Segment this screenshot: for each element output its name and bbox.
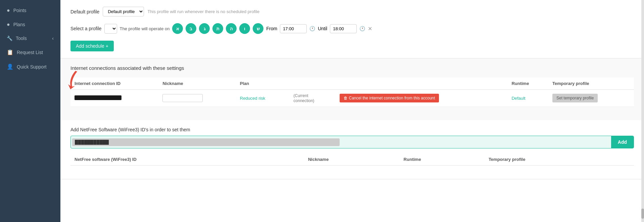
cancel-connection-button[interactable]: 🗑 Cancel the internet connection from th…	[340, 94, 439, 102]
connection-id-redacted	[75, 95, 121, 100]
select-profile-dropdown[interactable]	[104, 24, 117, 34]
temp-profile-cell: Set temporary profile	[548, 90, 634, 107]
day-btn-sun[interactable]: א	[172, 23, 183, 34]
from-clock-icon[interactable]: 🕐	[309, 26, 315, 31]
wifree-table: NetFree software (WiFree3) ID Nickname R…	[70, 153, 634, 172]
add-netfree-title: Add NetFree Software (WiFree3) ID's in o…	[70, 127, 634, 132]
cancel-cell: 🗑 Cancel the internet connection from th…	[336, 90, 507, 107]
connections-section: Internet connections associated with the…	[60, 58, 644, 120]
col-runtime: Runtime	[507, 78, 548, 90]
plan-cell: Reduced risk	[236, 90, 290, 107]
col-nickname: Nickname	[158, 78, 236, 90]
remove-schedule-btn[interactable]: ✕	[368, 26, 372, 32]
schedule-section: Default profile Default profile This pro…	[60, 0, 644, 58]
current-connection-label: (Currentconnection)	[294, 93, 314, 103]
until-clock-icon[interactable]: 🕐	[359, 26, 365, 31]
sidebar-item-tools[interactable]: 🔧 Tools ‹	[0, 32, 60, 45]
arrow-container: Internet connection ID Nickname Plan Run…	[70, 78, 634, 107]
nickname-input[interactable]	[162, 94, 203, 102]
plan-note-cell: (Currentconnection)	[290, 90, 336, 107]
connections-table: Internet connection ID Nickname Plan Run…	[70, 78, 634, 107]
runtime-cell: Default	[507, 90, 548, 107]
wifree-empty-row	[70, 166, 634, 173]
schedule-row: Select a profile The profile will operat…	[70, 23, 634, 34]
day-btn-tue[interactable]: ג	[199, 23, 210, 34]
col-wifree-temp-profile: Temporary profile	[485, 153, 634, 166]
add-netfree-button[interactable]: Add	[611, 136, 634, 148]
col-wifree-runtime: Runtime	[400, 153, 485, 166]
request-list-icon: 📋	[7, 49, 13, 55]
plans-icon: ●	[7, 21, 10, 28]
nickname-cell	[158, 90, 236, 107]
day-btn-fri[interactable]: ו	[239, 23, 250, 34]
day-btn-thu[interactable]: ת	[212, 23, 223, 34]
default-profile-label: Default profile	[70, 9, 99, 14]
col-action	[336, 78, 507, 90]
add-schedule-button[interactable]: Add schedule +	[70, 41, 114, 51]
default-profile-select[interactable]: Default profile	[103, 7, 144, 16]
table-row: Reduced risk (Currentconnection) 🗑 Cance…	[70, 90, 634, 107]
tools-icon: 🔧	[7, 36, 12, 41]
default-profile-row: Default profile Default profile This pro…	[70, 7, 634, 16]
add-netfree-section: Add NetFree Software (WiFree3) ID's in o…	[60, 120, 644, 179]
day-btn-sat[interactable]: ש	[253, 23, 263, 34]
sidebar-item-points[interactable]: ● Points	[0, 3, 60, 17]
points-icon: ●	[7, 7, 10, 13]
scrollbar[interactable]	[641, 0, 644, 222]
tools-chevron-icon: ‹	[52, 36, 54, 41]
col-wifree-id: NetFree software (WiFree3) ID	[70, 153, 304, 166]
connections-table-header: Internet connection ID Nickname Plan Run…	[70, 78, 634, 90]
default-profile-hint: This profile will run whenever there is …	[147, 9, 259, 14]
col-plan-note	[290, 78, 336, 90]
runtime-link[interactable]: Default	[511, 96, 525, 101]
bottom-divider	[60, 179, 644, 179]
sidebar-item-quick-support[interactable]: 👤 Quick Support	[0, 59, 60, 74]
until-label: Until	[318, 26, 327, 31]
operate-on-label: The profile will operate on	[120, 26, 170, 31]
select-profile-label: Select a profile	[70, 26, 102, 31]
day-btn-wed[interactable]: ה	[226, 23, 237, 34]
set-temporary-profile-button[interactable]: Set temporary profile	[552, 94, 598, 102]
main-content: Default profile Default profile This pro…	[60, 0, 644, 222]
from-label: From	[266, 26, 277, 31]
day-btn-mon[interactable]: ב	[186, 23, 196, 34]
col-temp-profile: Temporary profile	[548, 78, 634, 90]
plan-link[interactable]: Reduced risk	[240, 96, 265, 101]
red-arrow-indicator	[65, 68, 86, 94]
quick-support-icon: 👤	[7, 63, 13, 70]
wifree-table-header: NetFree software (WiFree3) ID Nickname R…	[70, 153, 634, 166]
col-plan: Plan	[236, 78, 290, 90]
connections-title: Internet connections associated with the…	[70, 65, 634, 71]
scrollbar-thumb[interactable]	[641, 209, 644, 219]
sidebar-item-request-list[interactable]: 📋 Request List	[0, 45, 60, 59]
netfree-id-input[interactable]	[72, 138, 340, 146]
add-netfree-input-row: Add	[70, 136, 634, 148]
netfree-id-main-input[interactable]	[341, 136, 611, 148]
until-time-input[interactable]	[330, 24, 357, 33]
sidebar-item-plans[interactable]: ● Plans	[0, 17, 60, 32]
from-time-input[interactable]	[280, 24, 307, 33]
sidebar: ● Points ● Plans 🔧 Tools ‹ 📋 Request Lis…	[0, 0, 60, 222]
col-wifree-nickname: Nickname	[304, 153, 400, 166]
